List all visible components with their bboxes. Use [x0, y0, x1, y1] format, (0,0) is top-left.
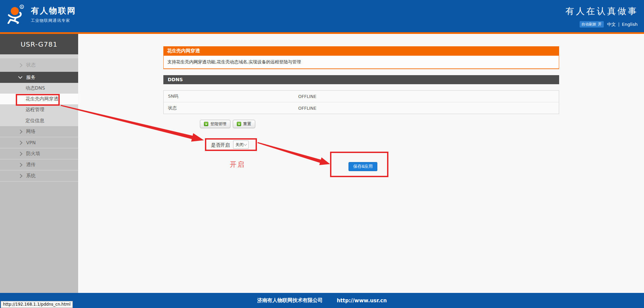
device-model-title: USR-G781: [0, 34, 78, 54]
sidebar-item-network[interactable]: 网络: [0, 126, 78, 137]
sidebar-filler: [0, 182, 78, 293]
chevron-down-icon: [18, 74, 22, 79]
sidebar-item-remote-mgmt[interactable]: 远程管理: [0, 104, 78, 115]
annotation-arrow-2: [258, 142, 330, 165]
sidebar-item-services[interactable]: 服务: [0, 72, 78, 83]
lang-en-link[interactable]: English: [622, 22, 638, 27]
sidebar-item-location-info[interactable]: 定位信息: [0, 115, 78, 126]
sidebar-nav: USR-G781 状态 服务 动态DNS 花生壳内网穿透 远程管理 定位信息 网…: [0, 34, 78, 293]
header-accent-line: [0, 32, 644, 34]
header-controls: 自动刷新 开 中文 | English: [580, 21, 638, 28]
usr-admin-page: R 有人物联网 工业物联网通讯专家 有人在认真做事 自动刷新 开 中文 | En…: [0, 0, 644, 308]
sidebar-item-passthrough[interactable]: 透传: [0, 159, 78, 170]
language-switcher: 中文 | English: [607, 21, 638, 28]
enable-select[interactable]: 关闭: [233, 141, 249, 149]
ddns-section-title: DDNS: [163, 75, 559, 84]
usr-logo-icon: R: [6, 2, 27, 24]
sn-value: OFFLINE: [298, 94, 316, 99]
chevron-right-icon: [18, 174, 22, 178]
sidebar-item-peanut-shell[interactable]: 花生壳内网穿透: [0, 94, 78, 104]
brand-title: 有人物联网: [31, 6, 76, 15]
auto-refresh-state: 开: [598, 22, 602, 27]
header-slogan: 有人在认真做事: [566, 5, 638, 17]
state-label: 状态: [168, 105, 177, 111]
lang-divider: |: [618, 22, 620, 27]
sidebar-item-firewall[interactable]: 防火墙: [0, 148, 78, 159]
brand-subtitle: 工业物联网通讯专家: [31, 18, 76, 23]
chevron-down-icon: [244, 143, 247, 146]
sidebar-item-status[interactable]: 状态: [0, 58, 78, 72]
top-header: R 有人物联网 工业物联网通讯专家 有人在认真做事 自动刷新 开 中文 | En…: [0, 0, 644, 32]
enable-label: 是否开启: [211, 142, 230, 148]
browser-link-preview: http://192.168.1.1/pddns_cn.html: [1, 301, 73, 308]
sidebar-item-system[interactable]: 系统: [0, 170, 78, 182]
brand-block: 有人物联网 工业物联网通讯专家: [31, 6, 76, 23]
login-manage-button[interactable]: 登陆管理: [200, 120, 230, 128]
page-title: 花生壳内网穿透: [163, 46, 559, 55]
chevron-right-icon: [18, 152, 22, 156]
auto-refresh-toggle[interactable]: 自动刷新 开: [580, 21, 604, 28]
chevron-right-icon: [18, 163, 22, 167]
reset-button[interactable]: 重置: [233, 120, 255, 128]
chevron-right-icon: [18, 63, 22, 67]
sidebar-item-dynamic-dns[interactable]: 动态DNS: [0, 83, 78, 94]
footer-company: 济南有人物联网技术有限公司: [257, 297, 323, 304]
go-arrow-icon: [204, 122, 208, 126]
ddns-status-table: SN码 OFFLINE 状态 OFFLINE: [163, 90, 559, 114]
sidebar-spacer: [0, 54, 78, 58]
save-apply-button[interactable]: 保存&应用: [348, 162, 377, 171]
state-value: OFFLINE: [298, 106, 316, 111]
svg-text:R: R: [21, 6, 23, 9]
sidebar-item-vpn[interactable]: VPN: [0, 137, 78, 148]
page-footer: 济南有人物联网技术有限公司 http://www.usr.cn: [0, 293, 644, 308]
enable-select-value: 关闭: [235, 142, 244, 148]
go-arrow-icon: [237, 122, 241, 126]
auto-refresh-label: 自动刷新: [582, 22, 596, 27]
annotation-hint-text: 开启: [230, 160, 245, 169]
lang-zh-link[interactable]: 中文: [607, 21, 616, 28]
page-description: 支持花生壳内网穿透功能,花生壳动态域名,实现设备的远程登陆与管理: [163, 55, 559, 69]
chevron-right-icon: [18, 130, 22, 134]
table-row-state: 状态 OFFLINE: [164, 102, 559, 114]
table-row-sn: SN码 OFFLINE: [164, 91, 559, 102]
chevron-right-icon: [18, 141, 22, 145]
sn-label: SN码: [168, 93, 178, 99]
action-buttons-row: 登陆管理 重置: [200, 120, 255, 128]
footer-website-link[interactable]: http://www.usr.cn: [337, 298, 387, 304]
